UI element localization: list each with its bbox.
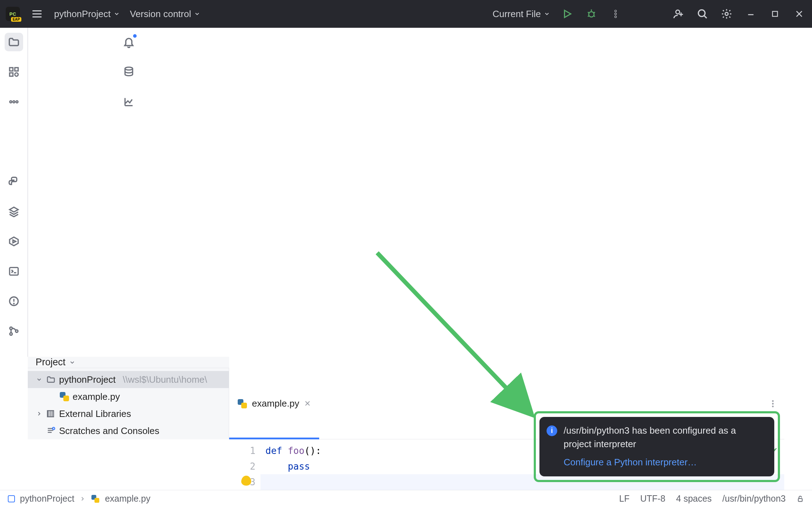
chevron-right-icon: [79, 496, 86, 502]
status-bar: pythonProject example.py LF UTF-8 4 spac…: [0, 490, 812, 507]
notification-popup[interactable]: i /usr/bin/python3 has been configured a…: [539, 417, 774, 476]
notifications-tool-button[interactable]: [120, 33, 138, 51]
project-tool-title: Project: [36, 357, 65, 368]
svg-point-18: [725, 12, 728, 16]
tree-scratches-label: Scratches and Consoles: [59, 425, 159, 437]
svg-marker-31: [13, 240, 16, 243]
notification-highlight: i /usr/bin/python3 has been configured a…: [534, 411, 780, 482]
chevron-down-icon[interactable]: [36, 376, 43, 383]
scratches-icon: [46, 426, 56, 435]
library-icon: [46, 409, 56, 418]
chevron-down-icon: [69, 359, 75, 366]
line-number: 2: [229, 459, 255, 474]
search-everywhere-button[interactable]: [695, 7, 710, 21]
close-window-button[interactable]: [792, 7, 806, 21]
run-config-label: Current File: [492, 9, 541, 20]
svg-rect-24: [15, 68, 18, 71]
vcs-label: Version control: [130, 9, 191, 20]
python-packages-tool-button[interactable]: [5, 202, 23, 221]
main-menu-button[interactable]: [30, 7, 44, 21]
status-line-separator[interactable]: LF: [619, 493, 629, 504]
svg-line-17: [704, 16, 707, 18]
git-tool-button[interactable]: [5, 322, 23, 340]
project-name-label: pythonProject: [54, 9, 111, 20]
svg-point-39: [15, 330, 18, 333]
svg-line-8: [588, 16, 589, 17]
more-tool-windows-button[interactable]: [5, 93, 23, 111]
folder-icon: [46, 375, 56, 384]
python-file-icon: [60, 392, 69, 401]
svg-line-7: [594, 12, 595, 13]
readonly-lock-icon[interactable]: [796, 495, 804, 503]
run-config-selector[interactable]: Current File: [492, 9, 550, 20]
structure-tool-button[interactable]: [5, 63, 23, 81]
problems-tool-button[interactable]: [5, 292, 23, 310]
svg-rect-23: [10, 68, 13, 71]
info-icon: i: [547, 425, 557, 436]
close-tab-button[interactable]: ✕: [304, 399, 311, 408]
app-logo-eap-badge: EAP: [11, 17, 21, 22]
left-tool-stripe: [0, 28, 28, 357]
python-file-icon: [238, 399, 247, 408]
status-indent[interactable]: 4 spaces: [676, 493, 712, 504]
navigation-bar[interactable]: pythonProject example.py: [8, 493, 151, 504]
svg-line-6: [588, 12, 589, 13]
status-interpreter[interactable]: /usr/bin/python3: [722, 493, 786, 504]
tree-file-label: example.py: [73, 391, 120, 402]
notification-message: /usr/bin/python3 has been configured as …: [564, 425, 736, 449]
tree-ext-libs-label: External Libraries: [59, 408, 131, 419]
vcs-selector[interactable]: Version control: [130, 9, 200, 20]
svg-point-51: [125, 67, 132, 70]
svg-point-27: [10, 101, 12, 103]
svg-point-36: [14, 303, 14, 304]
more-actions-button[interactable]: [608, 7, 623, 21]
intention-bulb-icon[interactable]: [241, 476, 251, 486]
project-tree[interactable]: pythonProject \\wsl$\Ubuntu\home\ exampl…: [28, 368, 229, 439]
tree-root-node[interactable]: pythonProject \\wsl$\Ubuntu\home\: [28, 371, 229, 388]
chevron-down-icon: [544, 11, 550, 17]
module-icon: [8, 495, 15, 502]
tree-root-path: \\wsl$\Ubuntu\home\: [123, 374, 207, 385]
sciview-tool-button[interactable]: [120, 93, 138, 111]
editor-tab[interactable]: example.py ✕: [229, 368, 319, 439]
minimize-window-button[interactable]: [744, 7, 758, 21]
python-console-tool-button[interactable]: [5, 172, 23, 191]
breadcrumb-root[interactable]: pythonProject: [20, 493, 74, 504]
code-token: pass: [288, 461, 310, 472]
chevron-down-icon: [114, 11, 120, 17]
svg-rect-25: [10, 73, 13, 76]
svg-point-26: [15, 73, 18, 76]
tree-scratches-node[interactable]: Scratches and Consoles: [28, 422, 229, 439]
database-tool-button[interactable]: [120, 63, 138, 81]
terminal-tool-button[interactable]: [5, 262, 23, 281]
code-token: foo: [288, 445, 305, 456]
svg-point-49: [772, 403, 774, 404]
debug-button[interactable]: [584, 7, 599, 21]
tree-external-libraries-node[interactable]: External Libraries: [28, 405, 229, 422]
svg-rect-32: [10, 267, 18, 275]
code-with-me-button[interactable]: [671, 7, 685, 21]
svg-point-10: [615, 10, 616, 12]
project-selector[interactable]: pythonProject: [54, 9, 120, 20]
maximize-window-button[interactable]: [768, 7, 782, 21]
python-file-icon: [91, 495, 99, 502]
run-button[interactable]: [560, 7, 574, 21]
svg-point-38: [10, 333, 12, 335]
settings-button[interactable]: [719, 7, 734, 21]
chevron-right-icon[interactable]: [36, 411, 43, 417]
project-tool-button[interactable]: [5, 33, 23, 51]
tree-file-node[interactable]: example.py: [28, 388, 229, 405]
breadcrumb-file[interactable]: example.py: [105, 493, 151, 504]
svg-point-37: [10, 327, 12, 330]
project-tool-header: Project: [28, 357, 229, 368]
chevron-down-icon: [194, 11, 200, 17]
code-token: ():: [305, 445, 321, 456]
svg-point-4: [589, 12, 594, 17]
svg-point-50: [772, 406, 774, 407]
line-number: 1: [229, 443, 255, 459]
services-tool-button[interactable]: [5, 232, 23, 251]
status-encoding[interactable]: UTF-8: [640, 493, 665, 504]
svg-rect-55: [798, 498, 802, 501]
notification-link[interactable]: Configure a Python interpreter…: [564, 456, 764, 469]
tree-root-label: pythonProject: [59, 374, 116, 385]
